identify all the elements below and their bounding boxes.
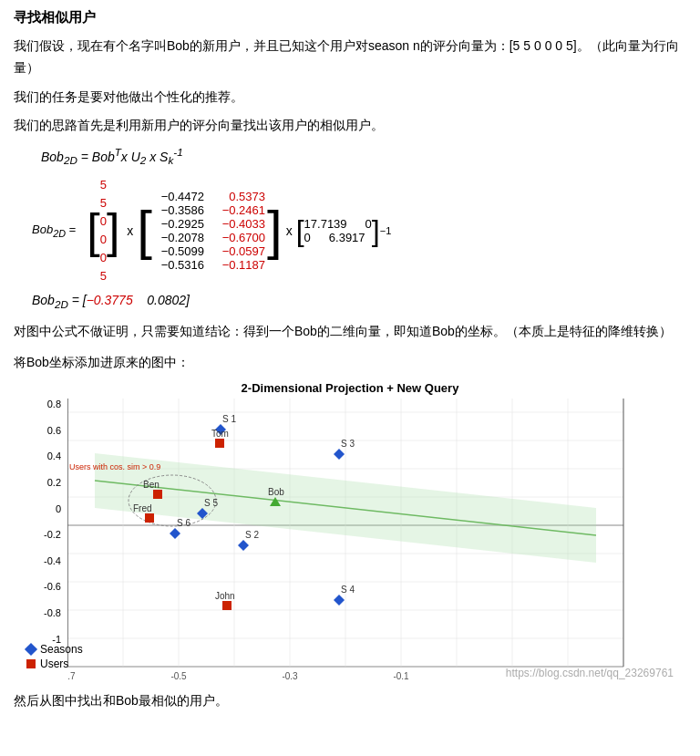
note-paragraph-1: 对图中公式不做证明，只需要知道结论：得到一个Bob的二维向量，即知道Bob的坐标… xyxy=(14,321,686,343)
svg-text:S 5: S 5 xyxy=(204,498,218,508)
svg-rect-37 xyxy=(215,439,224,448)
paragraph-3: 我们的思路首先是利用新用户的评分向量找出该用户的相似用户。 xyxy=(14,115,686,137)
chart-title: 2-Dimensional Projection + New Query xyxy=(17,381,683,395)
paragraph-2: 我们的任务是要对他做出个性化的推荐。 xyxy=(14,87,686,109)
svg-text:Ben: Ben xyxy=(143,480,160,490)
svg-text:S 3: S 3 xyxy=(341,439,355,449)
svg-rect-41 xyxy=(145,513,154,523)
chart-legend: Seasons Users xyxy=(26,643,83,672)
legend-square-icon xyxy=(26,659,36,668)
svg-text:-0.7: -0.7 xyxy=(67,671,76,681)
svg-marker-33 xyxy=(238,540,249,551)
legend-diamond-icon xyxy=(25,643,37,656)
svg-text:S 2: S 2 xyxy=(245,530,259,540)
svg-marker-27 xyxy=(334,449,345,460)
svg-text:-0.3: -0.3 xyxy=(282,671,298,681)
chart-wrapper: 2-Dimensional Projection + New Query 0.8… xyxy=(17,381,683,681)
svg-text:Bob: Bob xyxy=(268,487,284,497)
svg-text:S 1: S 1 xyxy=(222,414,236,424)
formula-main: Bob2D = BobTx U2 x Sk-1 xyxy=(41,146,686,166)
svg-rect-43 xyxy=(222,601,232,610)
svg-text:S 4: S 4 xyxy=(341,585,355,595)
page-title: 寻找相似用户 xyxy=(14,9,686,26)
svg-text:S 6: S 6 xyxy=(177,518,190,528)
matrix-equation: Bob2D = [ 5 5 0 0 0 5 ] x [ −0.4472 0.53… xyxy=(32,176,686,286)
legend-users-label: Users xyxy=(40,658,68,670)
legend-seasons-label: Seasons xyxy=(40,643,83,656)
note-paragraph-2: 将Bob坐标添加进原来的图中： xyxy=(14,352,686,374)
svg-rect-39 xyxy=(153,490,162,499)
chart-svg: Users with cos. sim > 0.9 S 1 S 3 S 5 S … xyxy=(67,399,669,681)
paragraph-1: 我们假设，现在有个名字叫Bob的新用户，并且已知这个用户对season n的评分… xyxy=(14,36,686,79)
bottom-paragraph: 然后从图中找出和Bob最相似的用户。 xyxy=(14,690,686,712)
svg-text:-0.1: -0.1 xyxy=(393,671,409,681)
result-formula: Bob2D = [−0.3775 0.0802] xyxy=(32,293,686,310)
watermark: https://blog.csdn.net/qq_23269761 xyxy=(506,667,674,679)
svg-marker-35 xyxy=(334,595,345,606)
svg-text:Users with cos. sim > 0.9: Users with cos. sim > 0.9 xyxy=(69,462,160,471)
svg-text:-0.5: -0.5 xyxy=(170,671,187,681)
svg-text:Fred: Fred xyxy=(133,503,152,513)
svg-text:Tom: Tom xyxy=(211,429,229,439)
svg-text:John: John xyxy=(215,591,235,601)
